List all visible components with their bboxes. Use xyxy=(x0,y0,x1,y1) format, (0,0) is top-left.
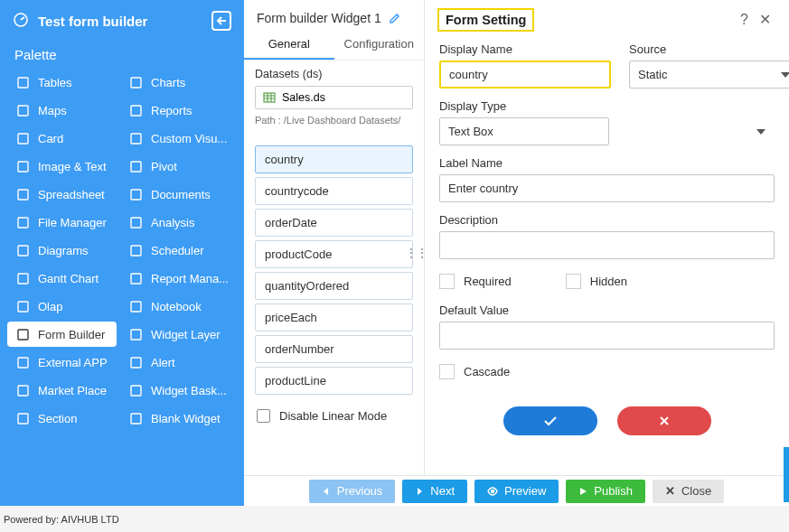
palette-item-charts[interactable]: Charts xyxy=(120,70,237,95)
palette-item-label: Documents xyxy=(151,188,211,201)
palette-item-reports[interactable]: Reports xyxy=(120,98,237,123)
display-type-select[interactable] xyxy=(439,117,609,145)
palette-item-olap[interactable]: Olap xyxy=(7,294,117,319)
description-label: Description xyxy=(439,213,775,227)
palette-item-tables[interactable]: Tables xyxy=(7,70,117,95)
help-icon[interactable]: ? xyxy=(735,8,754,32)
palette-title: Palette xyxy=(0,42,244,70)
palette-item-label: Custom Visu... xyxy=(151,132,227,145)
sheet-icon xyxy=(15,187,30,201)
svg-rect-5 xyxy=(18,190,28,200)
palette-item-layer[interactable]: Widget Layer xyxy=(120,322,237,347)
field-item[interactable]: priceEach xyxy=(255,303,413,331)
palette-item-label: Alert xyxy=(151,356,175,369)
palette-item-sched[interactable]: Scheduler xyxy=(120,238,237,263)
palette-item-label: Diagrams xyxy=(38,244,89,257)
palette-item-label: Tables xyxy=(38,76,72,89)
dashboard-icon xyxy=(13,12,29,31)
close-icon[interactable]: ✕ xyxy=(754,7,776,32)
field-item[interactable]: quantityOrdered xyxy=(255,272,413,300)
palette-item-section[interactable]: Section xyxy=(7,406,117,431)
palette-item-notebook[interactable]: Notebook xyxy=(120,294,237,319)
dataset-icon xyxy=(263,92,276,103)
svg-rect-23 xyxy=(131,330,141,340)
svg-rect-25 xyxy=(131,386,141,396)
display-type-label: Display Type xyxy=(439,99,775,113)
cascade-label: Cascade xyxy=(464,365,510,378)
required-checkbox[interactable] xyxy=(439,274,455,289)
disable-linear-checkbox[interactable] xyxy=(257,409,270,423)
svg-rect-19 xyxy=(131,218,141,228)
tab-general[interactable]: General xyxy=(244,29,334,60)
palette-item-image[interactable]: Image & Text xyxy=(7,154,117,179)
publish-button[interactable]: Publish xyxy=(566,480,645,503)
svg-point-28 xyxy=(492,490,494,492)
svg-rect-4 xyxy=(18,162,28,172)
field-item[interactable]: orderNumber xyxy=(255,335,413,363)
svg-rect-13 xyxy=(18,414,28,424)
previous-button[interactable]: Previous xyxy=(309,480,396,503)
svg-rect-26 xyxy=(131,414,141,424)
source-select[interactable] xyxy=(629,61,789,89)
palette-item-label: Pivot xyxy=(151,160,177,173)
palette-item-analysis[interactable]: Analysis xyxy=(120,210,237,235)
reports-icon xyxy=(128,103,143,117)
svg-rect-16 xyxy=(131,134,141,144)
palette-item-card[interactable]: Card xyxy=(7,126,117,151)
palette-item-market[interactable]: Market Place xyxy=(7,378,117,403)
tables-icon xyxy=(15,75,30,89)
palette-item-file[interactable]: File Manager xyxy=(7,210,117,235)
palette-item-repman[interactable]: Report Mana... xyxy=(120,266,237,291)
palette-item-gantt[interactable]: Gantt Chart xyxy=(7,266,117,291)
default-value-input[interactable] xyxy=(439,322,775,350)
edit-icon[interactable] xyxy=(389,12,401,24)
palette-item-pivot[interactable]: Pivot xyxy=(120,154,237,179)
palette-item-ext[interactable]: External APP xyxy=(7,350,117,375)
svg-rect-24 xyxy=(131,358,141,368)
confirm-button[interactable] xyxy=(503,406,597,435)
field-item[interactable]: productCode xyxy=(255,240,413,268)
field-item[interactable]: productLine xyxy=(255,367,413,395)
widget-title: Form builder Widget 1 xyxy=(257,11,381,25)
palette-item-basket[interactable]: Widget Bask... xyxy=(120,378,237,403)
layer-icon xyxy=(128,327,143,341)
palette-item-label: Charts xyxy=(151,76,185,89)
palette-item-blank[interactable]: Blank Widget xyxy=(120,406,237,431)
description-input[interactable] xyxy=(439,231,775,259)
palette-item-label: Image & Text xyxy=(38,160,107,173)
palette-item-maps[interactable]: Maps xyxy=(7,98,117,123)
field-item[interactable]: countrycode xyxy=(255,177,413,205)
preview-button[interactable]: Preview xyxy=(474,480,559,503)
back-button[interactable] xyxy=(211,11,231,31)
blank-icon xyxy=(128,411,143,425)
display-name-input[interactable] xyxy=(439,61,611,89)
palette-item-alert[interactable]: Alert xyxy=(120,350,237,375)
svg-rect-14 xyxy=(131,78,141,88)
resize-handle[interactable]: ⋮⋮ xyxy=(405,246,427,260)
svg-rect-1 xyxy=(18,78,28,88)
palette-item-label: Blank Widget xyxy=(151,412,221,425)
palette-item-custom[interactable]: Custom Visu... xyxy=(120,126,237,151)
maps-icon xyxy=(15,103,30,117)
palette-item-label: External APP xyxy=(38,356,108,369)
tab-configuration[interactable]: Configuration xyxy=(334,29,425,60)
palette-item-diagram[interactable]: Diagrams xyxy=(7,238,117,263)
cancel-button[interactable] xyxy=(617,406,711,435)
svg-rect-9 xyxy=(18,302,28,312)
hidden-checkbox[interactable] xyxy=(566,274,581,289)
palette-item-sheet[interactable]: Spreadsheet xyxy=(7,182,117,207)
field-item[interactable]: orderDate xyxy=(255,209,413,237)
app-title: Test form builder xyxy=(38,14,147,29)
label-name-input[interactable] xyxy=(439,174,775,202)
svg-rect-11 xyxy=(18,358,28,368)
palette-item-docs[interactable]: Documents xyxy=(120,182,237,207)
palette-item-form[interactable]: Form Builder xyxy=(7,322,117,347)
field-item[interactable]: country xyxy=(255,145,413,173)
close-button[interactable]: ✕Close xyxy=(653,480,724,503)
dataset-selection[interactable]: Sales.ds xyxy=(255,86,413,109)
palette-item-label: Maps xyxy=(38,104,67,117)
cascade-checkbox[interactable] xyxy=(439,364,455,379)
next-button[interactable]: Next xyxy=(402,480,467,503)
form-setting-panel: Form Setting ? ✕ Display Name Source Dis… xyxy=(425,0,789,506)
market-icon xyxy=(15,383,30,397)
